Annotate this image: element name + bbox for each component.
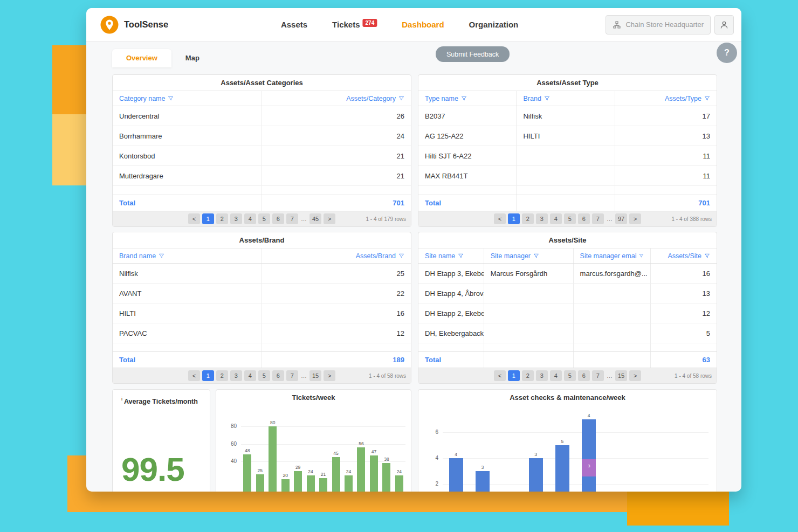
filter-icon[interactable]	[398, 253, 404, 259]
bar	[281, 479, 290, 492]
pagination-page-button[interactable]: 5	[258, 370, 270, 381]
column-header[interactable]: Brand name	[113, 248, 262, 263]
pagination-page-button[interactable]: 3	[536, 370, 548, 381]
table-row[interactable]: DH Etapp 4, Åbrovä...13	[418, 284, 717, 303]
panel-title: Assets/Brand	[113, 232, 411, 248]
filter-icon[interactable]	[398, 95, 404, 101]
pagination-next-button[interactable]: >	[629, 370, 641, 381]
pagination-page-button[interactable]: 15	[309, 370, 321, 381]
filter-icon[interactable]	[704, 253, 710, 259]
pagination-page-button[interactable]: 1	[508, 370, 520, 381]
column-header[interactable]: Assets/Category	[262, 91, 411, 106]
filter-icon[interactable]	[704, 95, 710, 101]
pagination-prev-button[interactable]: <	[494, 370, 506, 381]
table-row[interactable]: MAX RB441T11	[418, 166, 717, 186]
pagination-page-button[interactable]: 1	[202, 370, 214, 381]
pagination-page-button[interactable]: 5	[564, 213, 576, 224]
tab-overview[interactable]: Overview	[112, 49, 171, 67]
pagination-page-button[interactable]: 15	[615, 370, 627, 381]
submit-feedback-button[interactable]: Submit Feedback	[436, 46, 510, 62]
table-body: B2037Nilfisk17AG 125-A22HILTI13Hilti SJT…	[418, 106, 717, 186]
filter-icon[interactable]	[461, 95, 467, 101]
pagination-page-button[interactable]: 4	[550, 370, 562, 381]
column-header[interactable]: Type name	[418, 91, 517, 106]
pagination-page-button[interactable]: 3	[230, 213, 242, 224]
table-cell: DH, Ekebergabacke...	[418, 323, 484, 343]
pagination-next-button[interactable]: >	[629, 213, 641, 224]
filter-icon[interactable]	[458, 253, 464, 259]
table-row[interactable]: HILTI16	[113, 303, 411, 323]
table-row[interactable]: PACVAC12	[113, 323, 411, 343]
pagination-page-button[interactable]: 5	[258, 213, 270, 224]
pagination-page-button[interactable]: 97	[615, 213, 627, 224]
pagination-prev-button[interactable]: <	[188, 370, 200, 381]
pagination-page-button[interactable]: 4	[244, 370, 256, 381]
pagination-page-button[interactable]: 6	[272, 370, 284, 381]
pagination-page-button[interactable]: 6	[578, 370, 590, 381]
bar-segment	[582, 419, 596, 459]
column-header[interactable]: Assets/Brand	[262, 248, 411, 263]
pagination-page-button[interactable]: 4	[550, 213, 562, 224]
pagination-prev-button[interactable]: <	[188, 213, 200, 224]
nav-dashboard[interactable]: Dashboard	[402, 20, 444, 29]
filter-icon[interactable]	[544, 95, 550, 101]
pagination-page-button[interactable]: 2	[522, 213, 534, 224]
column-header[interactable]: Site name	[418, 248, 484, 263]
pagination-next-button[interactable]: >	[324, 370, 335, 381]
nav-assets[interactable]: Assets	[281, 20, 307, 29]
brand[interactable]: ToolSense	[100, 16, 168, 34]
pagination-page-button[interactable]: 6	[578, 213, 590, 224]
table-row[interactable]: AG 125-A22HILTI13	[418, 126, 717, 146]
pagination-page-button[interactable]: 45	[309, 213, 321, 224]
column-header[interactable]: Assets/Type	[615, 91, 717, 106]
pagination-page-button[interactable]: 2	[216, 370, 228, 381]
pagination-page-button[interactable]: 7	[286, 213, 298, 224]
pagination-page-button[interactable]: 7	[592, 213, 604, 224]
pagination-next-button[interactable]: >	[324, 213, 335, 224]
org-selector-button[interactable]: Chain Store Headquarter	[606, 15, 711, 34]
table-row[interactable]: Kontorsbod21	[113, 146, 411, 166]
column-header[interactable]: Site manager	[484, 248, 574, 263]
column-header[interactable]: Site manager emai	[574, 248, 651, 263]
pagination-page-button[interactable]: 2	[216, 213, 228, 224]
nav-organization[interactable]: Organization	[469, 20, 519, 29]
pagination-page-button[interactable]: 2	[522, 370, 534, 381]
nav-tickets[interactable]: Tickets274	[332, 20, 377, 29]
filter-icon[interactable]	[533, 253, 539, 259]
pagination-page-button[interactable]: 1	[202, 213, 214, 224]
bar	[256, 474, 264, 492]
filter-icon[interactable]	[168, 95, 174, 101]
table-row[interactable]: DH, Ekebergabacke...5	[418, 323, 717, 343]
pagination-page-button[interactable]: 3	[536, 213, 548, 224]
table-row[interactable]: DH Etapp 3, Ekeber...Marcus Forsgårdhmar…	[418, 264, 717, 284]
table-row[interactable]: Hilti SJT 6-A2211	[418, 146, 717, 166]
column-header[interactable]: Category name	[113, 91, 262, 106]
table-row[interactable]: B2037Nilfisk17	[418, 106, 717, 126]
table-cell	[517, 146, 615, 165]
pagination-prev-button[interactable]: <	[494, 213, 506, 224]
pagination-page-button[interactable]: 4	[244, 213, 256, 224]
filter-icon[interactable]	[159, 253, 164, 259]
chart-plot-area: 24643353411	[443, 404, 708, 492]
column-header[interactable]: Brand	[517, 91, 615, 106]
table-row[interactable]: AVANT22	[113, 284, 411, 303]
pagination-page-button[interactable]: 7	[286, 370, 298, 381]
tab-map[interactable]: Map	[171, 49, 214, 67]
table-cell: marcus.forsgardh@...	[574, 264, 651, 283]
pagination-page-button[interactable]: 3	[230, 370, 242, 381]
pagination-page-button[interactable]: 5	[564, 370, 576, 381]
help-button[interactable]: ?	[717, 43, 737, 63]
pagination-page-button[interactable]: 7	[592, 370, 604, 381]
user-menu-button[interactable]	[714, 15, 734, 34]
spacer-cell	[262, 186, 411, 195]
pagination-page-button[interactable]: 6	[272, 213, 284, 224]
filter-icon[interactable]	[639, 253, 644, 259]
bar-segment	[256, 474, 264, 492]
table-row[interactable]: Nilfisk25	[113, 264, 411, 284]
pagination-page-button[interactable]: 1	[508, 213, 520, 224]
table-row[interactable]: DH Etapp 2, Ekeber...12	[418, 303, 717, 323]
table-row[interactable]: Borrhammare24	[113, 126, 411, 146]
table-row[interactable]: Undercentral26	[113, 106, 411, 126]
table-row[interactable]: Mutterdragare21	[113, 166, 411, 186]
column-header[interactable]: Assets/Site	[651, 248, 717, 263]
